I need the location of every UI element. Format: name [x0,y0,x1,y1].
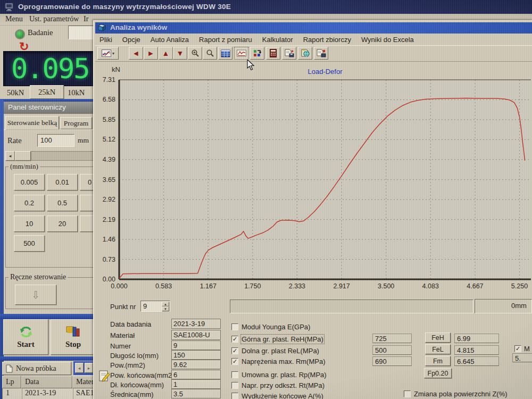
menu-kalkulator[interactable]: Kalkulator [262,36,293,44]
checkbox-napr-rt[interactable] [231,382,238,389]
new-sample-button[interactable]: Nowa próbka [2,362,71,375]
pan-right-button[interactable]: ► [144,47,158,60]
range-25kn[interactable]: 25kN [30,85,64,99]
stop-button[interactable]: Stop [51,319,96,355]
jog-down-button[interactable]: ⇩ [15,285,56,305]
pan-left-button[interactable]: ◄ [129,47,143,60]
data-table-button[interactable] [218,47,232,60]
fp020-button[interactable]: Fp0.20 [424,368,452,378]
export-excel-button[interactable] [298,47,312,60]
field-input-dl-koncowa[interactable]: 1 [171,379,221,389]
fm-button[interactable]: Fm [425,356,451,366]
field-input-numer[interactable]: 9 [171,340,221,350]
data-table-icon [221,49,230,57]
badanie-label: Badanie [28,28,53,37]
fm-kn-value[interactable]: 6.645 [454,356,499,366]
checkbox-umowna-rp[interactable] [231,371,238,378]
menu-wyniki-do-excela[interactable]: Wyniki do Excela [361,36,414,44]
speed-button-02[interactable]: 0.2 [14,195,45,211]
rate-input[interactable]: 100 [37,134,74,147]
rate-scroll-left-button[interactable]: ◂ [5,151,15,161]
checkbox-gorna-reh[interactable] [231,336,238,343]
edit-note-icon[interactable] [98,370,110,383]
feh-button[interactable]: FeH [425,332,451,343]
save-report-button[interactable] [282,47,296,60]
pan-down-button[interactable]: ▼ [173,47,187,60]
chart-type-button[interactable]: ▾ [97,47,119,60]
speed-button-001[interactable]: 0.01 [47,174,78,190]
fel-button[interactable]: FeL [425,344,451,354]
calculator-button[interactable] [266,47,280,60]
menu-pliki[interactable]: Pliki [99,36,112,44]
checkbox-edge[interactable] [514,345,521,352]
badanie-radio[interactable] [15,29,25,39]
zoom-out-button[interactable] [203,47,217,60]
speed-button-0005[interactable]: 0.005 [14,174,45,190]
sample-prev-button[interactable]: ◂ [75,363,84,373]
checkbox-zmiana-z[interactable] [404,390,411,397]
menu-raport-zbiorczy[interactable]: Raport zbiorczy [303,36,351,44]
svg-text:kN: kN [112,65,120,73]
svg-text:7.31: 7.31 [103,76,115,84]
start-button[interactable]: Start [3,319,48,355]
load-deformation-chart[interactable]: 0.000.731.462.192.923.654.395.125.856.58… [97,62,532,299]
fel-kn-value[interactable]: 4.815 [454,345,499,355]
checkbox-naprezenia-rm[interactable] [231,358,238,365]
spinner-up-button[interactable]: ▲ [162,302,169,306]
range-50kn[interactable]: 50kN [7,88,24,97]
speed-button-500[interactable]: 500 [14,235,45,252]
menu-item-menu[interactable]: Menu [5,15,23,23]
checkbox-modul-younga[interactable] [231,323,238,330]
field-input-pow[interactable]: 9.62 [171,360,221,369]
save-data-button[interactable] [314,47,328,60]
range-25kn-label: 25kN [38,88,55,97]
field-input-dlugosc[interactable]: 150 [171,350,221,360]
field-label-srednica: Średnica(mm) [110,390,154,398]
checkbox-dolna-rel[interactable] [231,347,238,354]
menu-opcje[interactable]: Opcje [122,36,140,44]
point-analysis-button[interactable] [250,47,264,60]
panel-sterowniczy-titlebar[interactable]: Panel sterowniczy [4,102,95,114]
pan-up-button[interactable]: ▲ [159,47,173,60]
checkbox-wydluzenie-a[interactable] [231,393,238,399]
curve-report-button[interactable] [234,47,248,60]
analysis-titlebar[interactable]: Analiza wyników [95,22,532,34]
zoom-in-button[interactable] [188,47,202,60]
speed-button-20[interactable]: 20 [47,215,78,232]
rate-scroll-track[interactable] [31,151,95,161]
menu-raport-z-pomiaru[interactable]: Raport z pomiaru [199,36,252,44]
menu-item-ir[interactable]: Ir [84,15,88,23]
table-header-lp[interactable]: Lp [2,376,21,388]
checkbox-label-gorna-reh: Górna gr. plast. ReH(MPa) [242,335,323,343]
punkt-nr-spinner[interactable]: 9 ▲ ▼ [140,301,170,312]
spinner-down-button[interactable]: ▼ [162,306,169,311]
tab-sterowanie-belka[interactable]: Sterowanie belką [5,116,59,129]
rm-mpa-value[interactable]: 690 [372,356,412,366]
pan-up-icon: ▲ [162,49,170,57]
range-10kn[interactable]: 10kN [68,88,85,97]
field-input-srednica[interactable]: 3.5 [171,389,221,398]
rel-mpa-value[interactable]: 500 [372,345,412,355]
svg-text:5.250: 5.250 [511,282,528,290]
speed-button-10[interactable]: 10 [14,215,45,232]
field-input-data-badania[interactable]: 2021-3-19 [171,319,221,329]
menu-item-ust-parametrow[interactable]: Ust. parametrów [29,15,79,23]
table-header-data[interactable]: Data [21,376,72,388]
field-input-pow-koncowa[interactable]: 6 [171,370,221,379]
menu-auto-analiza[interactable]: Auto Analiza [151,36,189,44]
table-row[interactable]: 1 2021-3-19 SAE10 [2,388,105,399]
reh-mpa-value[interactable]: 725 [372,334,412,343]
new-document-icon [6,364,13,373]
field-input-material[interactable]: SAE1008-U [171,330,221,340]
speed-cut1-label: 0 [88,178,92,186]
edge-value[interactable]: 5. [512,353,532,362]
speed-button-05[interactable]: 0.5 [47,195,78,211]
feh-kn-value[interactable]: 6.99 [454,334,499,343]
svg-text:2.333: 2.333 [289,282,305,290]
sample-next-button[interactable]: ▸ [85,363,93,373]
rate-scroll-thumb[interactable] [15,151,31,161]
tab-program[interactable]: Program [60,117,92,129]
svg-text:4.667: 4.667 [467,282,483,290]
position-value: 0mm [511,302,527,310]
export-excel-icon [301,49,310,57]
